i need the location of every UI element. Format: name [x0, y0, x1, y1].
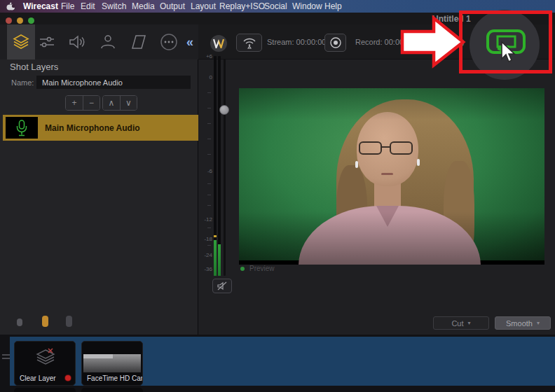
menu-layout[interactable]: Layout — [191, 1, 216, 11]
layer-indicator-1 — [17, 318, 22, 326]
tab-chroma[interactable] — [96, 31, 120, 53]
wirecast-w-icon — [213, 38, 224, 48]
layer-indicator-2-active — [42, 316, 48, 327]
chevron-down-icon: ▾ — [537, 320, 540, 326]
move-down-button[interactable]: ∨ — [120, 96, 137, 110]
meter-peak-mark — [214, 235, 217, 237]
meter-tick — [207, 205, 211, 206]
volume-fader-knob[interactable] — [219, 105, 229, 115]
shot-label: FaceTime HD Came — [87, 374, 143, 382]
meter-level-fill — [214, 240, 217, 276]
menu-output[interactable]: Output — [160, 1, 185, 11]
record-button[interactable] — [324, 34, 346, 52]
preview-label: Preview — [249, 265, 275, 272]
layer-row-selected[interactable]: Main Microphone Audio — [3, 115, 198, 141]
meter-tick — [207, 227, 211, 228]
meter-label-m6: -6 — [198, 168, 212, 174]
stream-button[interactable] — [236, 34, 262, 52]
layer-row-label: Main Microphone Audio — [45, 123, 140, 133]
meter-tick — [207, 139, 211, 139]
meter-label-p6: +6 — [198, 53, 212, 59]
menu-wirecast[interactable]: Wirecast — [23, 1, 58, 11]
wirecast-logo — [210, 35, 227, 52]
meter-tick — [207, 154, 211, 155]
speaker-muted-icon — [217, 281, 228, 290]
move-up-button[interactable]: ∧ — [103, 96, 120, 110]
smooth-transition-button[interactable]: Smooth ▾ — [495, 316, 551, 330]
add-remove-group: + − — [65, 95, 100, 111]
menu-edit[interactable]: Edit — [81, 1, 95, 11]
tab-filters[interactable] — [35, 31, 59, 53]
shot-layers-panel: « Shot Layers Name: + − ∧ ∨ Main Microph… — [0, 24, 198, 335]
move-group: ∧ ∨ — [102, 95, 137, 111]
collapse-icon: « — [186, 35, 193, 50]
meter-label-0: 0 — [198, 74, 212, 80]
wirecast-window: Wirecast File Edit Switch Media Output L… — [0, 0, 555, 392]
layer-tools-bar: « — [0, 24, 198, 59]
zoom-button[interactable] — [28, 18, 34, 24]
minimize-button[interactable] — [17, 18, 23, 24]
menu-file[interactable]: File — [61, 1, 74, 11]
smooth-label: Smooth — [506, 319, 533, 328]
shot-label: Clear Layer — [20, 374, 56, 382]
preview-status: Preview — [240, 265, 275, 272]
meter-label-m24: -24 — [198, 252, 212, 258]
preview-dot-icon — [240, 267, 245, 271]
tab-layers-selected[interactable] — [7, 24, 35, 59]
person-icon — [100, 34, 116, 50]
apple-icon[interactable] — [6, 2, 15, 11]
meter-label-m12: -12 — [198, 216, 212, 223]
annotation-arrow-icon — [398, 14, 468, 70]
layers-icon — [13, 34, 29, 50]
meter-level-fill — [218, 244, 221, 276]
add-layer-button[interactable]: + — [66, 96, 83, 110]
layer-thumbnail — [6, 117, 38, 139]
remove-layer-button[interactable]: − — [83, 96, 100, 110]
more-icon — [160, 33, 178, 51]
cut-transition-button[interactable]: Cut ▾ — [433, 316, 489, 330]
layer-indicator-3 — [66, 316, 72, 327]
live-indicator-dot — [65, 375, 71, 381]
tab-more[interactable] — [157, 31, 181, 53]
tab-geometry[interactable] — [127, 31, 151, 53]
panel-heading: Shot Layers — [10, 62, 58, 72]
clear-layer-icon — [34, 347, 57, 368]
sliders-icon — [39, 34, 55, 50]
meter-label-m36: -36 — [198, 266, 212, 272]
meter-tick — [207, 245, 211, 246]
menu-social[interactable]: Social — [264, 1, 287, 11]
microphone-icon — [16, 120, 27, 136]
volume-fader-track[interactable] — [224, 59, 226, 276]
close-button[interactable] — [6, 18, 12, 24]
menu-help[interactable]: Help — [324, 1, 342, 11]
chevron-down-icon: ▾ — [468, 320, 471, 326]
shot-clear-layer[interactable]: Clear Layer — [14, 341, 76, 386]
record-icon — [329, 36, 342, 49]
shot-tile-partial[interactable] — [14, 388, 76, 392]
meter-label-m18: -18 — [198, 236, 212, 242]
menu-switch[interactable]: Switch — [102, 1, 126, 11]
meter-tick — [207, 195, 211, 195]
menu-window[interactable]: Window — [292, 1, 322, 11]
menu-media[interactable]: Media — [132, 1, 155, 11]
meter-tick — [207, 123, 211, 124]
layer-name-input[interactable] — [36, 76, 191, 89]
stream-time: Stream: 00:00:00 — [267, 38, 326, 46]
audio-monitor-mute-button[interactable] — [212, 279, 232, 293]
meter-tick — [207, 183, 211, 184]
camera-thumbnail-highlight — [83, 354, 113, 358]
tab-audio[interactable] — [65, 31, 89, 53]
meter-tick — [207, 108, 211, 108]
audio-meter-left — [214, 56, 217, 276]
annotation-highlight-box — [459, 10, 552, 74]
shot-tile-partial[interactable] — [81, 388, 143, 392]
audio-meter-right — [218, 56, 221, 276]
preview-video[interactable] — [239, 88, 544, 265]
menu-replay-iso[interactable]: Replay+ISO — [219, 1, 265, 11]
shot-facetime-camera[interactable]: FaceTime HD Came — [81, 341, 143, 386]
shot-row-selected: Clear Layer FaceTime HD Came — [10, 337, 555, 386]
meter-tick — [207, 92, 211, 93]
shot-bin: Clear Layer FaceTime HD Came — [0, 335, 555, 392]
video-vignette — [239, 88, 544, 265]
speaker-icon — [68, 34, 86, 50]
